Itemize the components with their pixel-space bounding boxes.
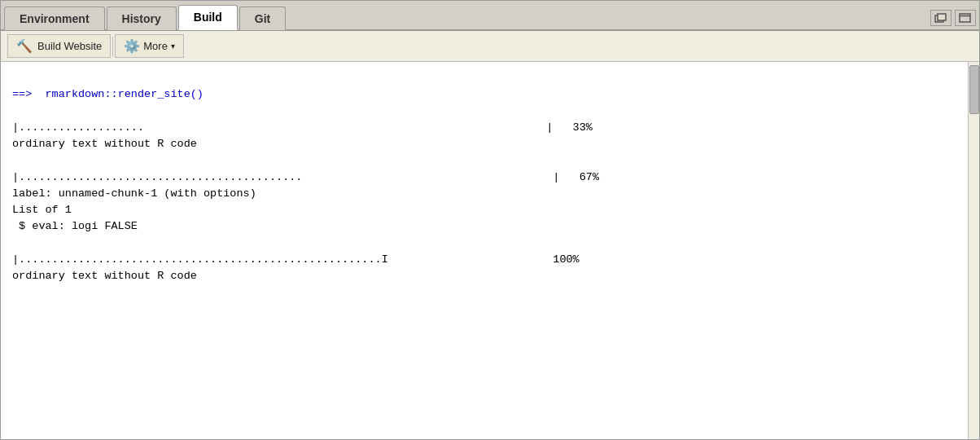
gear-icon: ⚙️ [124, 38, 140, 54]
tab-environment[interactable]: Environment [4, 7, 105, 30]
hammer-icon: 🔨 [16, 38, 33, 54]
maximize-button[interactable] [955, 10, 976, 26]
toolbar-separator [112, 37, 113, 56]
content-area: ==> rmarkdown::render_site() |..........… [1, 62, 979, 439]
output-line-1: ordinary text without R code [12, 138, 197, 150]
output-line-3: List of 1 [12, 204, 72, 216]
output-line-4: $ eval: logi FALSE [12, 220, 138, 232]
toolbar: 🔨 Build Website ⚙️ More ▾ [1, 31, 979, 62]
more-label: More [143, 40, 168, 52]
progress-line-1: |................... | 33% [12, 121, 593, 134]
command-text: rmarkdown::render_site() [46, 88, 203, 100]
output-line-5: ordinary text without R code [12, 270, 197, 282]
tab-history[interactable]: History [107, 7, 177, 30]
build-website-button[interactable]: 🔨 Build Website [7, 34, 111, 58]
main-window: Environment History Build Git 🔨 Build We… [0, 0, 980, 440]
progress-line-3: |.......................................… [12, 253, 580, 266]
more-button[interactable]: ⚙️ More ▾ [115, 34, 184, 58]
window-controls [930, 10, 976, 29]
tab-bar: Environment History Build Git [1, 1, 979, 31]
scrollbar-thumb[interactable] [969, 65, 979, 114]
tab-build[interactable]: Build [178, 5, 238, 30]
output-line-2: label: unnamed-chunk-1 (with options) [12, 187, 256, 200]
svg-rect-2 [960, 14, 970, 22]
tab-git[interactable]: Git [239, 7, 286, 30]
chevron-down-icon: ▾ [171, 42, 175, 51]
console-output[interactable]: ==> rmarkdown::render_site() |..........… [1, 62, 968, 439]
command-line: ==> rmarkdown::render_site() [12, 88, 203, 100]
scrollbar[interactable] [968, 62, 979, 439]
progress-line-2: |.......................................… [12, 171, 599, 183]
command-arrow: ==> [12, 88, 46, 100]
svg-rect-1 [938, 14, 946, 20]
build-website-label: Build Website [37, 40, 102, 52]
restore-button[interactable] [930, 10, 952, 26]
